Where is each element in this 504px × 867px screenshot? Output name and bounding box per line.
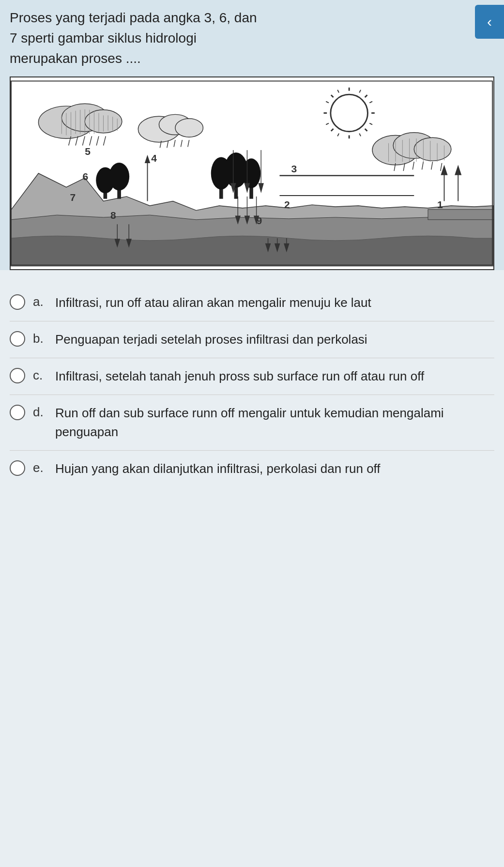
answer-option-b[interactable]: b. Penguapan terjadi setelah proses infi… — [10, 321, 494, 358]
option-text-b: Penguapan terjadi setelah proses infiltr… — [55, 330, 367, 349]
radio-e[interactable] — [10, 460, 25, 476]
svg-point-51 — [414, 137, 451, 161]
svg-text:8: 8 — [110, 210, 116, 221]
option-letter-c: c. — [33, 368, 47, 383]
top-section: Proses yang terjadi pada angka 3, 6, dan… — [0, 0, 504, 270]
option-letter-e: e. — [33, 460, 47, 475]
radio-a[interactable] — [10, 294, 25, 310]
answers-section: a. Infiltrasi, run off atau aliran akan … — [0, 270, 504, 502]
answer-option-c[interactable]: c. Infiltrasi, setelah tanah jenuh pross… — [10, 358, 494, 395]
radio-inner-b — [14, 335, 21, 342]
radio-inner-e — [14, 465, 21, 472]
answer-option-a[interactable]: a. Infiltrasi, run off atau aliran akan … — [10, 285, 494, 321]
svg-text:3: 3 — [291, 163, 297, 174]
answer-option-d[interactable]: d. Run off dan sub surface runn off meng… — [10, 395, 494, 450]
nav-next-button[interactable]: ‹ — [475, 5, 504, 39]
radio-c[interactable] — [10, 368, 25, 383]
radio-inner-a — [14, 299, 21, 305]
diagram-container: 5 — [10, 76, 494, 270]
svg-text:4: 4 — [151, 152, 157, 164]
svg-text:1: 1 — [437, 199, 443, 210]
option-text-c: Infiltrasi, setelah tanah jenuh pross su… — [55, 367, 424, 386]
radio-d[interactable] — [10, 405, 25, 420]
svg-point-43 — [175, 119, 203, 137]
svg-text:7: 7 — [70, 192, 76, 203]
option-text-a: Infiltrasi, run off atau aliran akan men… — [55, 293, 371, 312]
svg-text:2: 2 — [284, 199, 290, 210]
svg-point-71 — [109, 163, 129, 190]
question-text: Proses yang terjadi pada angka 3, 6, dan… — [10, 8, 261, 69]
option-letter-d: d. — [33, 405, 47, 420]
option-text-e: Hujan yang akan dilanjutkan infiltrasi, … — [55, 459, 381, 478]
radio-b[interactable] — [10, 331, 25, 347]
hydrological-diagram: 5 — [11, 77, 493, 269]
option-letter-b: b. — [33, 331, 47, 346]
svg-text:6: 6 — [82, 171, 88, 182]
answer-option-e[interactable]: e. Hujan yang akan dilanjutkan infiltras… — [10, 451, 494, 487]
option-letter-a: a. — [33, 294, 47, 309]
svg-text:5: 5 — [85, 146, 91, 157]
option-text-d: Run off dan sub surface runn off mengali… — [55, 404, 494, 441]
radio-inner-d — [14, 409, 21, 416]
svg-rect-67 — [428, 210, 493, 220]
radio-inner-c — [14, 372, 21, 379]
